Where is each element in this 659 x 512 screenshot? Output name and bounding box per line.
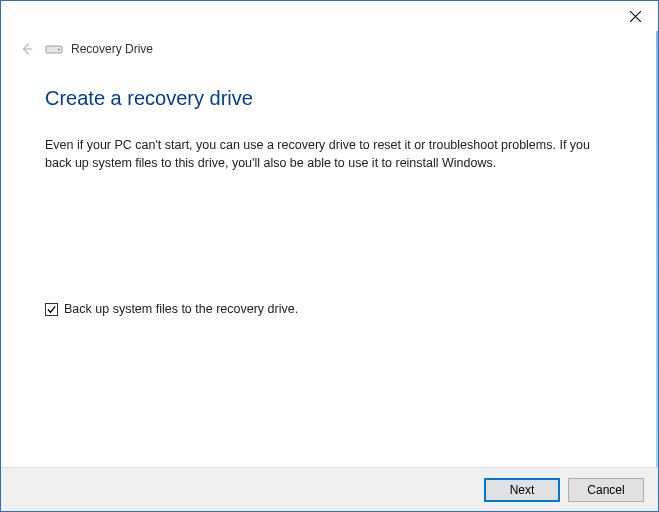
footer-bar: Next Cancel (1, 467, 658, 511)
back-arrow-icon (20, 42, 34, 56)
backup-checkbox-label: Back up system files to the recovery dri… (64, 302, 298, 316)
close-icon (630, 11, 641, 22)
back-button (19, 41, 35, 57)
window-border-accent (656, 31, 658, 467)
checkmark-icon (46, 304, 57, 315)
window-title: Recovery Drive (71, 42, 153, 56)
close-button[interactable] (626, 7, 644, 25)
page-description: Even if your PC can't start, you can use… (1, 110, 658, 172)
cancel-button[interactable]: Cancel (568, 478, 644, 502)
next-button[interactable]: Next (484, 478, 560, 502)
page-heading: Create a recovery drive (1, 57, 658, 110)
svg-point-4 (58, 49, 60, 51)
backup-checkbox[interactable] (45, 303, 58, 316)
drive-icon (45, 43, 63, 55)
